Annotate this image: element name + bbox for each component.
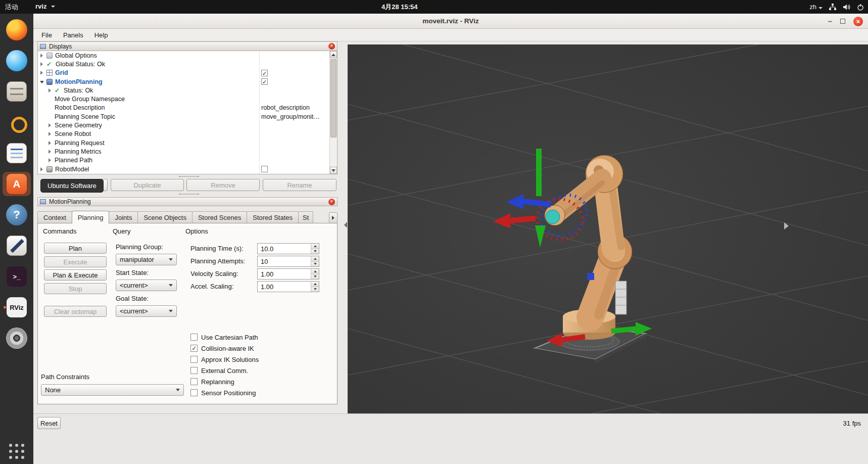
motionplanning-panel-header[interactable]: MotionPlanning × xyxy=(37,197,337,206)
use-cartesian-path-checkbox[interactable] xyxy=(190,334,198,341)
3d-viewport[interactable] xyxy=(348,44,868,413)
velocity-scaling-input[interactable] xyxy=(258,269,311,279)
accel-scaling-input[interactable] xyxy=(258,282,311,292)
displays-panel-header[interactable]: Displays × xyxy=(38,42,337,51)
volume-icon[interactable] xyxy=(843,4,851,11)
spin-up-button[interactable] xyxy=(311,244,319,249)
planning-attempts-input[interactable] xyxy=(258,256,311,266)
expander-icon[interactable] xyxy=(48,131,53,136)
clear-octomap-button[interactable]: Clear octomap xyxy=(44,306,107,317)
tree-row-robot-description[interactable]: Robot Description robot_description xyxy=(38,104,329,112)
network-tree-icon[interactable] xyxy=(829,4,837,11)
scrollbar-thumb[interactable] xyxy=(330,59,336,137)
tab-joints[interactable]: Joints xyxy=(109,211,138,223)
property-value[interactable]: move_group/monit… xyxy=(261,113,320,120)
spin-down-button[interactable] xyxy=(311,261,319,267)
expander-icon[interactable] xyxy=(40,53,44,58)
dock-item-help[interactable]: ? xyxy=(3,203,31,227)
expander-icon[interactable] xyxy=(48,88,53,93)
tree-row-scene-geometry[interactable]: Scene Geometry xyxy=(38,121,329,129)
expander-icon[interactable] xyxy=(40,79,44,84)
execute-button[interactable]: Execute xyxy=(44,256,107,267)
titlebar[interactable]: moveit.rviz - RViz – × xyxy=(33,14,868,29)
tab-status-clipped[interactable]: St xyxy=(298,211,313,223)
dock-item-files[interactable] xyxy=(3,79,31,104)
sensor-positioning-row[interactable]: Sensor Positioning xyxy=(190,389,256,397)
dock-item-rviz[interactable]: RViz xyxy=(3,295,31,319)
plan-and-execute-button[interactable]: Plan & Execute xyxy=(44,269,107,281)
scroll-up-button[interactable] xyxy=(330,51,337,58)
tab-scene-objects[interactable]: Scene Objects xyxy=(137,211,192,223)
tree-row-global-options[interactable]: Global Options xyxy=(38,51,329,60)
remove-button[interactable]: Remove xyxy=(186,179,260,191)
tree-row-planning-metrics[interactable]: Planning Metrics xyxy=(38,147,329,156)
panel-close-icon[interactable]: × xyxy=(328,43,335,50)
expander-icon[interactable] xyxy=(48,141,53,146)
sensor-positioning-checkbox[interactable] xyxy=(190,389,198,396)
scroll-down-button[interactable] xyxy=(330,167,337,174)
dock-item-firefox[interactable] xyxy=(3,18,31,42)
panel-collapse-handle[interactable] xyxy=(344,222,347,228)
spin-down-button[interactable] xyxy=(311,249,319,254)
splitter-handle[interactable] xyxy=(179,176,199,177)
spin-up-button[interactable] xyxy=(311,256,319,261)
grid-enabled-checkbox[interactable]: ✓ xyxy=(261,70,268,76)
robotmodel-enabled-checkbox[interactable] xyxy=(261,166,268,172)
collision-aware-ik-row[interactable]: ✓ Collision-aware IK xyxy=(190,344,254,352)
menu-help[interactable]: Help xyxy=(89,30,114,40)
path-constraints-dropdown[interactable]: None xyxy=(41,384,184,396)
app-menu[interactable]: rviz xyxy=(35,3,55,10)
dock-item-text-editor[interactable] xyxy=(3,234,31,258)
spin-down-button[interactable] xyxy=(311,287,319,292)
dock-item-messenger[interactable] xyxy=(3,49,31,73)
dock-item-terminal[interactable]: >_ xyxy=(3,264,31,289)
approx-ik-solutions-checkbox[interactable] xyxy=(190,356,198,363)
tree-row-move-group-namespace[interactable]: Move Group Namespace xyxy=(38,95,329,103)
expander-icon[interactable] xyxy=(48,149,53,154)
tree-row-scene-robot[interactable]: Scene Robot xyxy=(38,130,329,138)
stop-button[interactable]: Stop xyxy=(44,283,107,294)
maximize-button[interactable] xyxy=(840,19,845,24)
clock[interactable]: 4月28 15:54 xyxy=(381,3,418,12)
expander-icon[interactable] xyxy=(40,70,44,75)
dock-item-libreoffice-writer[interactable] xyxy=(3,141,31,165)
tree-row-planned-path[interactable]: Planned Path xyxy=(38,156,329,165)
spin-down-button[interactable] xyxy=(311,274,319,280)
tab-stored-scenes[interactable]: Stored Scenes xyxy=(192,211,247,223)
motionplanning-enabled-checkbox[interactable]: ✓ xyxy=(261,78,268,85)
tree-row-planning-scene-topic[interactable]: Planning Scene Topic move_group/monit… xyxy=(38,112,329,121)
dock-item-app-grid[interactable] xyxy=(3,435,31,459)
menu-panels[interactable]: Panels xyxy=(58,30,89,40)
power-icon[interactable] xyxy=(857,4,864,11)
replanning-checkbox[interactable] xyxy=(190,378,198,385)
activities-button[interactable]: 活动 xyxy=(5,3,18,12)
collision-aware-ik-checkbox[interactable]: ✓ xyxy=(190,345,198,352)
start-state-dropdown[interactable]: <current> xyxy=(116,280,177,291)
dock-item-dvd[interactable] xyxy=(3,326,31,350)
expander-icon[interactable] xyxy=(40,62,44,67)
external-comm-row[interactable]: External Comm. xyxy=(190,366,248,375)
language-indicator[interactable]: zh xyxy=(809,3,823,11)
spin-up-button[interactable] xyxy=(311,282,319,287)
replanning-row[interactable]: Replanning xyxy=(190,378,234,386)
tree-row-planning-request[interactable]: Planning Request xyxy=(38,138,329,147)
displays-scrollbar[interactable] xyxy=(329,51,337,174)
panel-close-icon[interactable]: × xyxy=(328,199,335,205)
spin-up-button[interactable] xyxy=(311,269,319,274)
property-value[interactable]: robot_description xyxy=(261,104,310,111)
tab-planning[interactable]: Planning xyxy=(72,211,110,223)
planning-time-input[interactable] xyxy=(258,244,311,254)
rename-button[interactable]: Rename xyxy=(263,179,336,191)
splitter-handle[interactable] xyxy=(179,194,199,195)
dock-item-rhythmbox[interactable] xyxy=(3,110,31,134)
plan-button[interactable]: Plan xyxy=(44,243,107,254)
planning-group-dropdown[interactable]: manipulator xyxy=(116,254,177,265)
tab-stored-states[interactable]: Stored States xyxy=(247,211,299,223)
menu-file[interactable]: File xyxy=(36,30,58,40)
tree-row-motionplanning[interactable]: MotionPlanning ✓ xyxy=(38,77,329,86)
external-comm-checkbox[interactable] xyxy=(190,367,198,374)
close-button[interactable]: × xyxy=(853,17,863,26)
minimize-button[interactable]: – xyxy=(828,19,832,24)
tree-row-grid[interactable]: Grid ✓ xyxy=(38,69,329,77)
tree-row-status-ok[interactable]: ✓ Status: Ok xyxy=(38,86,329,95)
